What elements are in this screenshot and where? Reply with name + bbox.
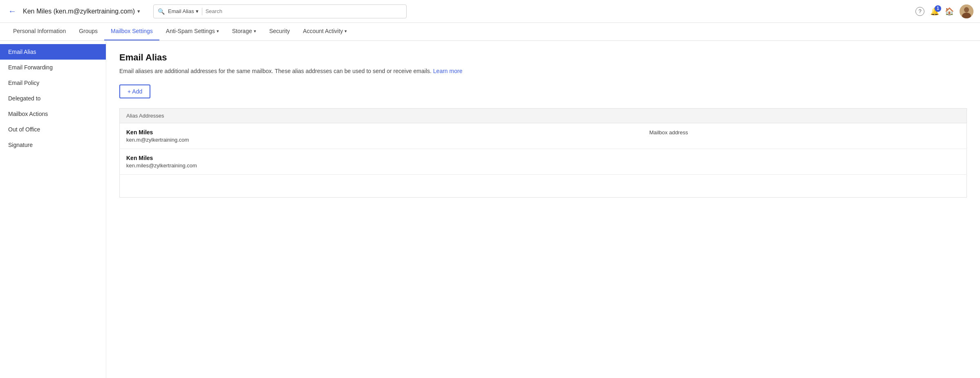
tab-personal-information[interactable]: Personal Information — [7, 22, 72, 40]
sidebar-item-out-of-office[interactable]: Out of Office — [0, 122, 106, 137]
topbar-chevron-icon[interactable]: ▾ — [137, 8, 140, 14]
avatar[interactable] — [960, 4, 973, 18]
search-magnifier-icon: 🔍 — [158, 8, 165, 15]
tab-groups[interactable]: Groups — [72, 22, 104, 40]
help-button[interactable]: ? — [915, 7, 924, 16]
tab-account-activity[interactable]: Account Activity ▾ — [296, 22, 354, 40]
storage-chevron-icon: ▾ — [254, 29, 256, 34]
account-activity-chevron-icon: ▾ — [345, 29, 347, 34]
table-row: Ken Miles ken.miles@zylkertraining.com — [120, 149, 967, 175]
topbar-user-name: Ken Miles (ken.m@zylkertraining.com) — [23, 8, 135, 15]
anti-spam-chevron-icon: ▾ — [217, 29, 219, 34]
sidebar: Email Alias Email Forwarding Email Polic… — [0, 41, 106, 378]
table-row-empty — [120, 175, 967, 198]
row-name-1: Ken Miles — [126, 129, 636, 136]
notification-button[interactable]: 🔔 1 — [930, 7, 939, 16]
nav-tabs: Personal Information Groups Mailbox Sett… — [0, 23, 980, 41]
add-alias-button[interactable]: + Add — [119, 84, 150, 98]
home-icon: 🏠 — [945, 7, 954, 16]
tab-mailbox-settings[interactable]: Mailbox Settings — [104, 22, 159, 40]
topbar-actions: ? 🔔 1 🏠 — [915, 4, 973, 18]
sidebar-item-signature[interactable]: Signature — [0, 137, 106, 153]
row-email-2: ken.miles@zylkertraining.com — [126, 162, 636, 169]
sidebar-item-email-forwarding[interactable]: Email Forwarding — [0, 60, 106, 75]
page-title: Email Alias — [119, 52, 967, 63]
alias-addresses-header: Alias Addresses — [120, 109, 967, 123]
sidebar-item-delegated-to[interactable]: Delegated to — [0, 91, 106, 106]
alias-name-email-cell-2: Ken Miles ken.miles@zylkertraining.com — [120, 149, 643, 175]
search-dropdown-chevron-icon: ▾ — [196, 8, 199, 14]
home-button[interactable]: 🏠 — [945, 7, 954, 16]
tab-security[interactable]: Security — [263, 22, 297, 40]
search-input[interactable] — [206, 8, 402, 14]
main-layout: Email Alias Email Forwarding Email Polic… — [0, 41, 980, 378]
content-area: Email Alias Email aliases are additional… — [106, 41, 980, 378]
alias-name-email-cell: Ken Miles ken.m@zylkertraining.com — [120, 123, 643, 149]
row-email-1: ken.m@zylkertraining.com — [126, 137, 636, 143]
learn-more-link[interactable]: Learn more — [433, 68, 463, 74]
table-header-row: Alias Addresses — [120, 109, 967, 123]
sidebar-item-email-policy[interactable]: Email Policy — [0, 75, 106, 91]
sidebar-item-email-alias[interactable]: Email Alias — [0, 44, 106, 60]
back-button[interactable]: ← — [7, 5, 18, 18]
sidebar-item-mailbox-actions[interactable]: Mailbox Actions — [0, 106, 106, 122]
alias-label-cell-2 — [643, 149, 967, 175]
table-row: Ken Miles ken.m@zylkertraining.com Mailb… — [120, 123, 967, 149]
notification-badge: 1 — [935, 5, 941, 12]
empty-row-cell — [120, 175, 967, 198]
tab-anti-spam-settings[interactable]: Anti-Spam Settings ▾ — [159, 22, 226, 40]
svg-point-1 — [964, 7, 969, 12]
search-dropdown-label: Email Alias — [168, 8, 194, 14]
help-icon: ? — [915, 7, 924, 16]
topbar-search-bar: 🔍 Email Alias ▾ — [153, 4, 407, 18]
row-name-2: Ken Miles — [126, 155, 636, 161]
tab-storage[interactable]: Storage ▾ — [226, 22, 263, 40]
search-divider — [202, 8, 202, 15]
alias-table: Alias Addresses Ken Miles ken.m@zylkertr… — [119, 108, 967, 198]
content-description: Email aliases are additional addresses f… — [119, 67, 967, 76]
alias-label-cell-1: Mailbox address — [643, 123, 967, 149]
mailbox-address-label-1: Mailbox address — [649, 129, 688, 136]
search-dropdown[interactable]: Email Alias ▾ — [168, 8, 199, 14]
topbar-title: Ken Miles (ken.m@zylkertraining.com) ▾ — [23, 8, 140, 15]
topbar: ← Ken Miles (ken.m@zylkertraining.com) ▾… — [0, 0, 980, 23]
